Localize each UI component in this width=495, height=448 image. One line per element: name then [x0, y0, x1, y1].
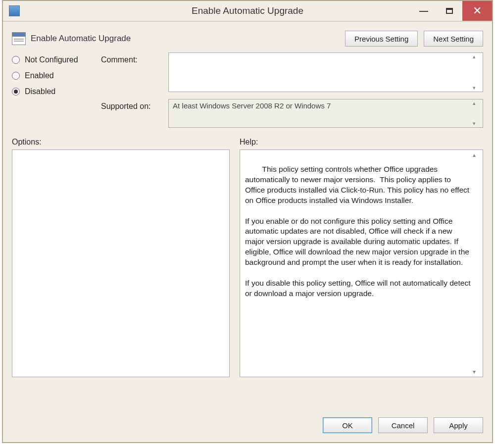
state-radio-group: Not Configured Enabled Disabled	[12, 52, 101, 103]
client-area: Enable Automatic Upgrade Previous Settin…	[3, 22, 492, 442]
supported-scroll[interactable]: ▴ ▾	[473, 100, 481, 126]
config-row: Not Configured Enabled Disabled Comment:…	[12, 52, 483, 128]
window-controls: — ✕	[411, 1, 492, 21]
scroll-down-icon: ▾	[473, 368, 482, 376]
radio-enabled[interactable]: Enabled	[12, 71, 101, 80]
radio-not-configured[interactable]: Not Configured	[12, 55, 101, 64]
maximize-button[interactable]	[437, 1, 462, 21]
options-pane[interactable]	[12, 149, 230, 377]
radio-icon	[12, 72, 20, 80]
radio-label: Not Configured	[25, 55, 78, 64]
cancel-button[interactable]: Cancel	[378, 417, 428, 433]
radio-disabled[interactable]: Disabled	[12, 87, 101, 96]
help-scrollbar[interactable]: ▴ ▾	[473, 151, 482, 376]
comment-input[interactable]: ▴ ▾	[168, 52, 483, 92]
options-label: Options:	[12, 138, 42, 146]
supported-on-value: At least Windows Server 2008 R2 or Windo…	[173, 101, 331, 110]
pane-labels: Options: Help:	[12, 138, 483, 147]
dialog-buttons: OK Cancel Apply	[12, 417, 483, 433]
supported-on-field: At least Windows Server 2008 R2 or Windo…	[168, 99, 483, 128]
comment-label: Comment:	[101, 52, 165, 64]
help-pane[interactable]: This policy setting controls whether Off…	[240, 149, 483, 377]
policy-editor-window: Enable Automatic Upgrade — ✕ Enable Auto…	[2, 0, 493, 443]
radio-icon	[12, 56, 20, 64]
scroll-down-icon: ▾	[473, 85, 481, 91]
radio-icon	[12, 88, 20, 96]
close-icon: ✕	[473, 4, 482, 17]
supported-on-label: Supported on:	[101, 99, 165, 111]
maximize-icon	[446, 8, 453, 14]
radio-label: Enabled	[25, 71, 54, 80]
minimize-button[interactable]: —	[411, 1, 437, 21]
next-setting-button[interactable]: Next Setting	[424, 31, 483, 47]
ok-button[interactable]: OK	[323, 417, 372, 433]
minimize-icon: —	[419, 6, 428, 16]
scroll-up-icon: ▴	[473, 54, 481, 59]
help-text: This policy setting controls whether Off…	[245, 165, 473, 298]
scroll-down-icon: ▾	[473, 121, 481, 126]
scroll-up-icon: ▴	[473, 151, 482, 159]
previous-setting-button[interactable]: Previous Setting	[345, 31, 418, 47]
panes: This policy setting controls whether Off…	[12, 149, 483, 410]
header-row: Enable Automatic Upgrade Previous Settin…	[12, 31, 483, 47]
help-label: Help:	[240, 138, 258, 146]
policy-icon	[12, 32, 26, 45]
policy-name: Enable Automatic Upgrade	[31, 34, 131, 44]
apply-button[interactable]: Apply	[434, 417, 483, 433]
titlebar[interactable]: Enable Automatic Upgrade — ✕	[3, 1, 492, 22]
comment-scroll[interactable]: ▴ ▾	[473, 54, 481, 91]
close-button[interactable]: ✕	[462, 1, 492, 21]
scroll-up-icon: ▴	[473, 100, 481, 106]
app-icon	[9, 5, 20, 16]
radio-label: Disabled	[25, 87, 55, 96]
meta-fields: Comment: ▴ ▾ Supported on: At least Wind…	[101, 52, 483, 128]
